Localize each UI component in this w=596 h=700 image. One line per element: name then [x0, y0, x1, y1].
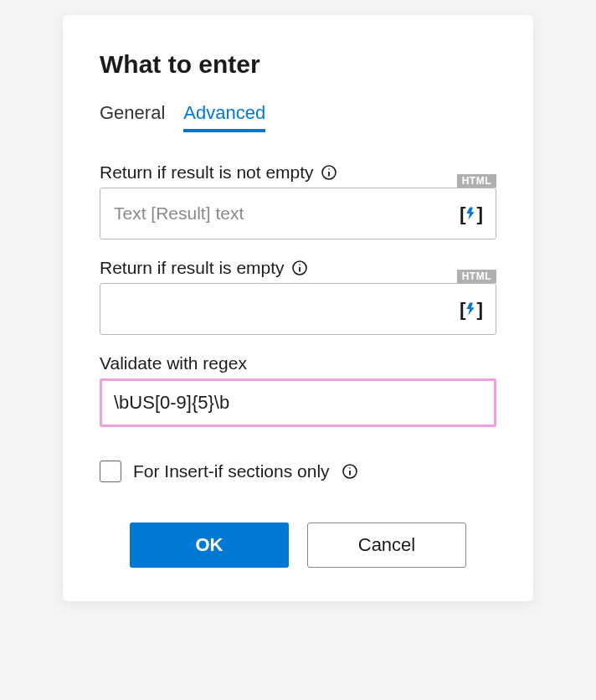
dialog-buttons: OK Cancel: [100, 522, 496, 568]
dialog-title: What to enter: [100, 50, 496, 79]
what-to-enter-dialog: What to enter General Advanced Return if…: [63, 15, 533, 601]
svg-text:]: ]: [477, 299, 484, 320]
insert-if-checkbox[interactable]: [100, 461, 121, 482]
svg-point-11: [349, 467, 351, 469]
return-empty-label: Return if result is empty: [100, 258, 285, 278]
return-not-empty-input[interactable]: [100, 188, 496, 239]
regex-group: Validate with regex: [100, 353, 496, 427]
tab-bar: General Advanced: [100, 102, 496, 132]
insert-token-icon[interactable]: [ ]: [458, 200, 485, 227]
insert-if-label: For Insert-if sections only: [133, 461, 330, 481]
ok-button[interactable]: OK: [130, 522, 289, 568]
html-badge: HTML: [457, 270, 496, 283]
tab-general[interactable]: General: [100, 102, 165, 132]
regex-input[interactable]: [100, 378, 496, 427]
svg-point-1: [328, 168, 330, 170]
return-not-empty-group: Return if result is not empty HTML [ ]: [100, 162, 496, 239]
svg-text:]: ]: [477, 203, 484, 224]
return-not-empty-label: Return if result is not empty: [100, 162, 314, 183]
return-empty-input[interactable]: [100, 283, 496, 335]
regex-label: Validate with regex: [100, 353, 247, 373]
insert-if-row: For Insert-if sections only: [100, 461, 496, 482]
svg-text:[: [: [460, 203, 466, 224]
info-icon[interactable]: [342, 463, 358, 480]
cancel-button[interactable]: Cancel: [307, 522, 466, 568]
info-icon[interactable]: [321, 164, 337, 181]
svg-point-6: [299, 264, 301, 265]
svg-text:[: [: [460, 299, 466, 320]
html-badge: HTML: [457, 174, 496, 188]
info-icon[interactable]: [291, 260, 308, 276]
insert-token-icon[interactable]: [ ]: [458, 296, 485, 322]
return-empty-group: Return if result is empty HTML [ ]: [100, 258, 496, 335]
tab-advanced[interactable]: Advanced: [183, 102, 265, 132]
